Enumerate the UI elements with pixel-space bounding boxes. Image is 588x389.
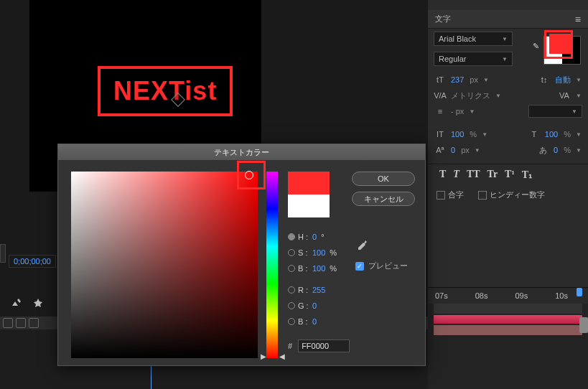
g-value[interactable]: 0 [312, 301, 317, 310]
hscale-icon: T [528, 130, 541, 139]
chevron-down-icon[interactable]: ▼ [468, 108, 475, 115]
current-timecode[interactable]: 0;00;00;00 [9, 255, 56, 268]
chevron-down-icon[interactable]: ▼ [575, 147, 582, 154]
font-style-value: Regular [439, 55, 467, 63]
switch-eye-icon[interactable] [3, 318, 13, 328]
text-layer[interactable]: NEXTist [98, 66, 233, 116]
s-value[interactable]: 100 [312, 248, 325, 257]
saturation-value-field[interactable] [71, 172, 258, 358]
kerning-icon: V/A [434, 91, 447, 100]
chevron-down-icon[interactable]: ▼ [495, 93, 502, 99]
leading-icon: t↕ [538, 75, 551, 84]
ruler-tick: 07s [435, 291, 448, 300]
panel-tab-bar: 文字 ≡ [428, 10, 588, 29]
vscale-icon: IT [434, 130, 447, 139]
font-size-icon: tT [434, 75, 447, 84]
eyedropper-icon[interactable]: ✎ [533, 42, 539, 51]
h-value[interactable]: 0 [312, 233, 317, 241]
hex-field-row: # [288, 339, 350, 352]
subscript-button[interactable]: T₁ [522, 169, 533, 181]
baseline-value[interactable]: 0 [451, 146, 455, 154]
font-family-select[interactable]: Arial Black▼ [434, 32, 513, 46]
font-family-value: Arial Black [439, 34, 476, 43]
r-value[interactable]: 255 [312, 286, 325, 294]
radio-r[interactable] [288, 286, 295, 294]
work-area-bar[interactable] [434, 304, 582, 314]
color-value-fields: H :0° S :100% B :100% R :255 G :0 B :0 [288, 229, 396, 329]
text-content: NEXTist [113, 76, 217, 106]
hex-label: # [288, 342, 292, 350]
stroke-width-icon: ≡ [434, 107, 447, 116]
faux-bold-button[interactable]: T [439, 169, 446, 181]
radio-b[interactable] [288, 265, 295, 272]
hex-input[interactable] [298, 339, 350, 352]
chevron-down-icon[interactable]: ▼ [481, 131, 488, 138]
ruler-tick: 09s [515, 291, 528, 300]
hscale-value[interactable]: 100 [545, 130, 558, 139]
work-area-end-handle[interactable] [577, 288, 582, 296]
color-preview [288, 172, 330, 217]
font-style-select[interactable]: Regular▼ [434, 52, 513, 66]
stroke-width-value[interactable]: - px [451, 107, 464, 116]
chevron-down-icon[interactable]: ▼ [482, 77, 490, 83]
switch-3d-icon[interactable] [16, 318, 26, 328]
radio-h[interactable] [288, 233, 295, 240]
fill-color-swatch[interactable] [549, 34, 571, 54]
tsume-value[interactable]: 0 [554, 146, 558, 154]
hue-handle-right-icon: ◀ [279, 352, 285, 360]
chevron-down-icon: ▼ [571, 108, 577, 115]
render-icon[interactable] [32, 297, 44, 309]
layer-bar[interactable] [434, 325, 582, 335]
kerning-value[interactable]: メトリクス [451, 90, 490, 101]
faux-italic-button[interactable]: T [453, 169, 459, 181]
bl-value[interactable]: 0 [312, 317, 317, 326]
allcaps-button[interactable]: TT [467, 169, 480, 181]
switch-solo-icon[interactable] [29, 318, 39, 328]
cancel-button[interactable]: キャンセル [352, 192, 415, 206]
chevron-down-icon: ▼ [502, 36, 508, 42]
faux-style-row: T T TT Tr T¹ T₁ [428, 164, 588, 185]
smallcaps-button[interactable]: Tr [487, 169, 498, 181]
radio-g[interactable] [288, 302, 295, 309]
tracking-icon: VA [558, 91, 571, 100]
timeline-ruler-panel: 07s 08s 09s 10s [428, 287, 588, 389]
vscale-value[interactable]: 100 [451, 130, 464, 139]
time-ruler[interactable]: 07s 08s 09s 10s [428, 288, 588, 304]
radio-bl[interactable] [288, 318, 295, 325]
superscript-button[interactable]: T¹ [505, 169, 515, 181]
ok-button[interactable]: OK [352, 172, 415, 186]
ruler-tick: 08s [475, 291, 488, 300]
chevron-down-icon[interactable]: ▼ [474, 147, 481, 154]
cache-bar [434, 315, 582, 324]
ligature-checkbox[interactable]: 合字 [437, 189, 464, 200]
panel-menu-icon[interactable]: ≡ [575, 14, 581, 25]
b-value[interactable]: 100 [312, 264, 325, 273]
radio-s[interactable] [288, 249, 295, 256]
hue-handle-left-icon: ▶ [261, 352, 266, 360]
color-picker-dialog: テキストカラー ▶ ◀ OK キャンセル ✓ プレビュー H :0° S :10… [57, 144, 426, 366]
chevron-down-icon[interactable]: ▼ [575, 131, 582, 138]
font-size-unit: px [470, 75, 478, 84]
timeline-zoom-handle[interactable] [579, 317, 588, 333]
timeline-edge-handle[interactable] [0, 244, 6, 263]
hue-slider[interactable] [266, 172, 278, 358]
chevron-down-icon[interactable]: ▼ [575, 77, 582, 83]
options-row: 合字 ヒンディー数字 [428, 185, 588, 205]
panel-tab-character[interactable]: 文字 [435, 14, 451, 24]
baseline-icon: Aª [434, 146, 447, 154]
chevron-down-icon: ▼ [502, 56, 508, 62]
stroke-style-select[interactable]: ▼ [528, 105, 582, 118]
tsume-icon: あ [536, 145, 549, 156]
dialog-title: テキストカラー [58, 144, 425, 160]
leading-value[interactable]: 自動 [555, 75, 571, 85]
shy-icon[interactable] [11, 297, 22, 309]
hindi-checkbox[interactable]: ヒンディー数字 [478, 189, 545, 200]
chevron-down-icon[interactable]: ▼ [575, 93, 582, 99]
old-color-swatch[interactable] [288, 194, 330, 217]
timeline-toolbar [11, 297, 44, 309]
font-size-value[interactable]: 237 [451, 75, 464, 84]
ruler-tick: 10s [555, 291, 568, 300]
character-properties: tT 237 px ▼ t↕ 自動 ▼ V/A メトリクス ▼ VA ▼ ≡ -… [428, 69, 588, 161]
new-color-swatch [288, 172, 330, 194]
sv-cursor-icon[interactable] [245, 171, 253, 179]
